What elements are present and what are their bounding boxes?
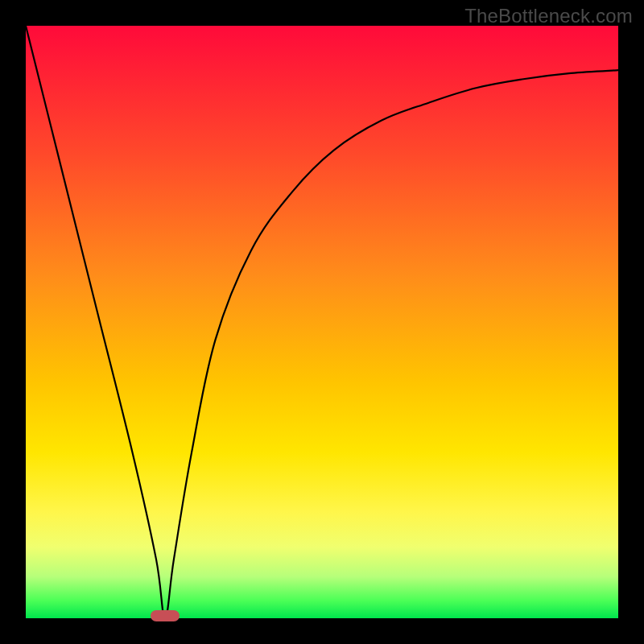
watermark-text: TheBottleneck.com <box>464 5 633 27</box>
bottleneck-curve <box>26 26 618 618</box>
trough-marker <box>151 610 180 621</box>
chart-frame: TheBottleneck.com <box>0 0 644 644</box>
plot-area <box>26 26 618 618</box>
